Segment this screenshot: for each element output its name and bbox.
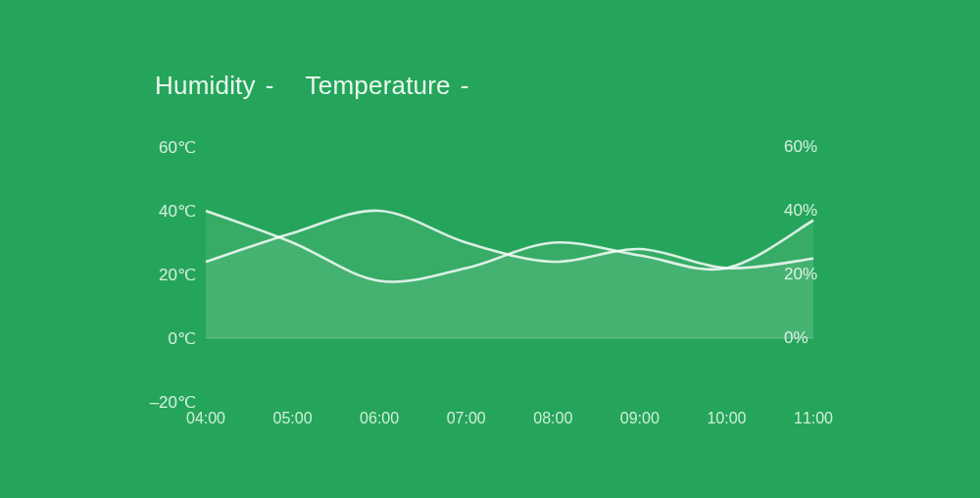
legend: Humidity - Temperature - (155, 71, 469, 101)
y-left-tick: –20℃ (118, 392, 196, 413)
x-axis: 04:0005:0006:0007:0008:0009:0010:0011:00 (206, 410, 813, 433)
temperature-area (206, 211, 813, 338)
x-tick: 06:00 (360, 410, 399, 427)
x-tick: 09:00 (620, 410, 660, 427)
chart-area: 60℃40℃20℃0℃–20℃ 60%40%20%0% 04:0005:0006… (118, 147, 862, 441)
legend-item-humidity: Humidity - (155, 71, 274, 101)
x-tick: 05:00 (273, 410, 313, 427)
x-tick: 10:00 (707, 410, 746, 427)
x-tick: 07:00 (447, 410, 486, 427)
legend-item-temperature: Temperature - (306, 71, 469, 101)
y-left-tick: 0℃ (118, 328, 196, 349)
x-tick: 11:00 (794, 410, 833, 427)
legend-humidity-value: - (266, 71, 274, 101)
legend-humidity-label: Humidity (155, 71, 256, 101)
plot-area (206, 147, 813, 402)
chart-card: Humidity - Temperature - 60℃40℃20℃0℃–20℃… (0, 0, 980, 498)
legend-temperature-label: Temperature (306, 71, 451, 101)
y-left-tick: 60℃ (118, 137, 196, 158)
x-tick: 04:00 (186, 410, 225, 427)
y-left-tick: 20℃ (118, 265, 196, 285)
y-left-tick: 40℃ (118, 201, 196, 222)
legend-temperature-value: - (461, 71, 469, 101)
chart-svg (206, 147, 813, 402)
x-tick: 08:00 (533, 410, 572, 427)
